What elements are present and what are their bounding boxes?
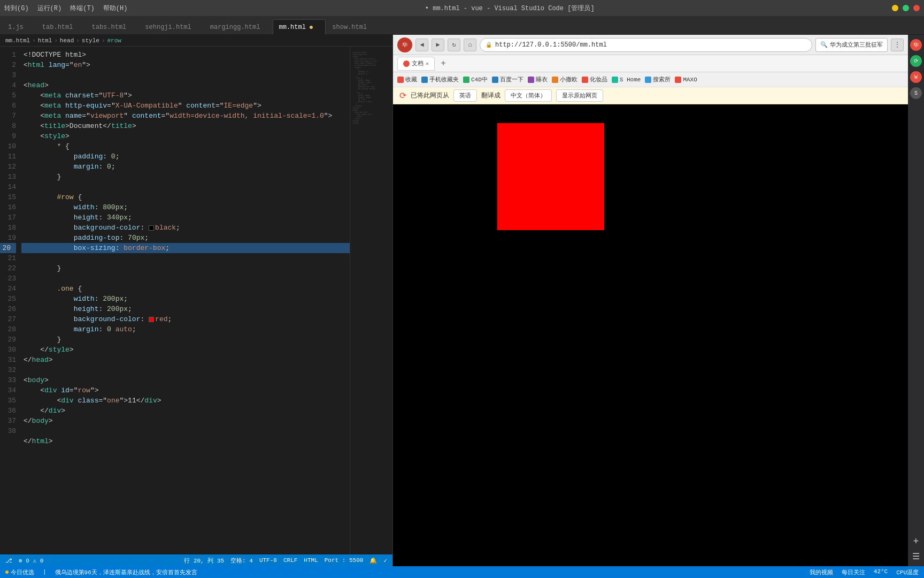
sidebar-icon-3[interactable]: W [910, 71, 922, 83]
back-button[interactable]: ◀ [415, 39, 428, 51]
bc-file[interactable]: mm.html [5, 37, 30, 44]
code-text[interactable]: <!DOCTYPE html> <html lang="en"> <head> … [21, 47, 350, 554]
show-original-button[interactable]: 显示原始网页 [556, 89, 603, 102]
bookmark-label: S Home [620, 77, 641, 83]
tab-bar: 1.js ✕ tab.html ✕ tabs.html ✕ sehngji.ht… [0, 16, 924, 35]
close-button[interactable] [913, 5, 920, 11]
bookmark-sleep[interactable]: 睡衣 [528, 75, 548, 83]
url-bar[interactable]: 🔒 http://127.0.0.1:5500/mm.html [480, 38, 812, 52]
status-left: ⎇ ⊗ 0 ⚠ 0 [5, 557, 43, 564]
code-editor[interactable]: 12345 678910 1112131415 16171819 20 2122… [0, 47, 392, 554]
bookmark-label: 化妆品 [590, 75, 607, 83]
home-button[interactable]: ⌂ [464, 39, 476, 51]
tab-tabhtml[interactable]: tab.html ✕ [36, 19, 86, 34]
cursor-position[interactable]: 行 20, 列 35 [184, 557, 224, 565]
sidebar-icon-2[interactable]: ⟳ [910, 55, 922, 67]
target-language-button[interactable]: 中文（简体） [505, 89, 552, 102]
menu-goto[interactable]: 转到(G) [4, 4, 29, 13]
breadcrumb: mm.html › html › head › style › #row [0, 35, 392, 47]
browser-active-tab[interactable]: 文档 ✕ [397, 57, 435, 71]
encoding[interactable]: UTF-8 [259, 557, 277, 564]
live-server-port[interactable]: Port : 5500 [325, 557, 364, 564]
news-separator: | [43, 569, 47, 575]
menu-help[interactable]: 帮助(H) [103, 4, 128, 13]
bookmark-icon [582, 77, 588, 83]
my-videos[interactable]: 我的视频 [810, 568, 833, 576]
indent-size[interactable]: 空格: 4 [230, 557, 253, 565]
tab-1js[interactable]: 1.js ✕ [2, 19, 36, 34]
tab-showhtml[interactable]: show.html ✕ [326, 19, 379, 34]
bookmark-label: 睡衣 [536, 75, 548, 83]
minimize-button[interactable] [892, 5, 898, 11]
bc-style[interactable]: style [82, 37, 99, 44]
sidebar-add-icon[interactable]: + [913, 536, 919, 547]
maximize-button[interactable] [903, 5, 909, 11]
menu-run[interactable]: 运行(R) [37, 4, 62, 13]
minimap: <!DOCTYPE html> <html lang="en"> <head> … [350, 47, 392, 554]
news-dot [5, 571, 9, 574]
bookmark-label: 搜索所 [653, 75, 671, 83]
line-ending[interactable]: CRLF [283, 557, 297, 564]
search-bar[interactable]: 🔍 华为成立第三批征军 [815, 38, 888, 52]
tab-label: sehngji.html [145, 24, 191, 31]
sidebar-menu-icon[interactable]: ☰ [912, 551, 920, 562]
language-mode[interactable]: HTML [304, 557, 318, 564]
bookmarks-bar: 收藏 手机收藏夹 C4D中 百度一下 睡衣 小撒欧 [393, 72, 908, 87]
search-text: 华为成立第三批征军 [830, 41, 883, 49]
bookmark-label: C4D中 [471, 75, 488, 83]
error-count[interactable]: ⊗ 0 ⚠ 0 [19, 557, 43, 564]
editor-panel: mm.html › html › head › style › #row 123… [0, 35, 393, 566]
bc-html[interactable]: html [38, 37, 52, 44]
reload-button[interactable]: ↻ [448, 39, 460, 51]
bookmark-cosmetics[interactable]: 化妆品 [582, 75, 607, 83]
bookmark-icon [421, 77, 428, 83]
sidebar-icon-4[interactable]: S [910, 87, 922, 99]
new-tab-button[interactable]: + [437, 57, 450, 70]
status-right: 行 20, 列 35 空格: 4 UTF-8 CRLF HTML Port : … [184, 557, 387, 565]
bookmark-icon [612, 77, 618, 83]
browser-sidebar: 华 ⟳ W S + ☰ [908, 35, 924, 566]
tab-tabshtml[interactable]: tabs.html ✕ [86, 19, 138, 34]
bookmark-c4d[interactable]: C4D中 [463, 75, 488, 83]
news-item-1[interactable]: 今日优选 [5, 568, 34, 576]
tab-mmhtml[interactable]: mm.html ● ✕ [273, 19, 326, 34]
red-box-element [497, 123, 604, 230]
unsaved-dot: ● [309, 23, 313, 32]
browser-avatar: 华 [397, 37, 412, 52]
translate-icon: ⟳ [399, 90, 406, 101]
bookmark-icon [675, 77, 681, 83]
daily-focus[interactable]: 每日关注 [842, 568, 865, 576]
bookmark-xiao[interactable]: 小撒欧 [552, 75, 578, 83]
bookmark-mobile[interactable]: 手机收藏夹 [421, 75, 459, 83]
bc-head[interactable]: head [60, 37, 74, 44]
bell-icon: 🔔 [369, 557, 377, 564]
news-right: 我的视频 每日关注 42°C CPU温度 [810, 568, 919, 576]
tab-margingg[interactable]: margingg.html ✕ [204, 19, 273, 34]
news-label-1: 今日优选 [11, 568, 34, 576]
bookmark-home[interactable]: S Home [612, 77, 641, 83]
tab-label: tabs.html [91, 24, 126, 31]
source-language-button[interactable]: 英语 [453, 89, 477, 102]
title-bar: 转到(G) 运行(R) 终端(T) 帮助(H) • mm.html - vue … [0, 0, 924, 16]
line-numbers: 12345 678910 1112131415 16171819 20 2122… [0, 47, 21, 554]
close-icon[interactable]: ✕ [426, 60, 429, 67]
bookmark-icon [463, 77, 469, 83]
browser-title-bar: 华 ◀ ▶ ↻ ⌂ 🔒 http://127.0.0.1:5500/mm.htm… [393, 35, 908, 55]
bookmark-favorites[interactable]: 收藏 [397, 75, 417, 83]
main-area: mm.html › html › head › style › #row 123… [0, 35, 924, 566]
url-text: http://127.0.0.1:5500/mm.html [495, 41, 607, 49]
bookmark-icon [528, 77, 534, 83]
tab-label: tab.html [42, 24, 73, 31]
menu-terminal[interactable]: 终端(T) [70, 4, 95, 13]
bc-row[interactable]: #row [107, 37, 121, 44]
sidebar-icon-1[interactable]: 华 [910, 39, 922, 51]
window-title: • mm.html - vue - Visual Studio Code [管理… [134, 4, 886, 13]
settings-button[interactable]: ⋮ [891, 39, 904, 51]
forward-button[interactable]: ▶ [432, 39, 444, 51]
tab-sehngji[interactable]: sehngji.html ✕ [139, 19, 203, 34]
bookmark-search[interactable]: 搜索所 [645, 75, 671, 83]
bookmark-maxo[interactable]: MAXO [675, 77, 697, 83]
bookmark-baidu[interactable]: 百度一下 [492, 75, 523, 83]
translation-bar: ⟳ 已将此网页从 英语 翻译成 中文（简体） 显示原始网页 [393, 87, 908, 104]
bookmark-icon [397, 77, 404, 83]
